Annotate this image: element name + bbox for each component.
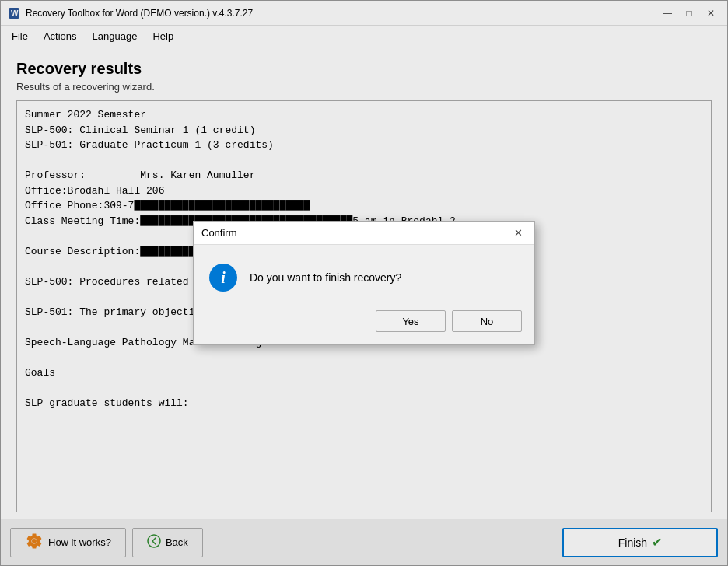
- info-icon: i: [209, 264, 237, 292]
- modal-title: Confirm: [201, 227, 509, 239]
- modal-overlay: Confirm ✕ i Do you want to finish recove…: [0, 0, 728, 566]
- modal-footer: Yes No: [194, 304, 534, 344]
- no-button[interactable]: No: [452, 310, 522, 332]
- yes-button[interactable]: Yes: [376, 310, 446, 332]
- modal-close-button[interactable]: ✕: [509, 225, 527, 242]
- modal-body: i Do you want to finish recovery?: [194, 245, 534, 304]
- modal-title-bar: Confirm ✕: [194, 222, 534, 245]
- confirm-dialog: Confirm ✕ i Do you want to finish recove…: [193, 221, 535, 345]
- modal-message: Do you want to finish recovery?: [250, 271, 401, 284]
